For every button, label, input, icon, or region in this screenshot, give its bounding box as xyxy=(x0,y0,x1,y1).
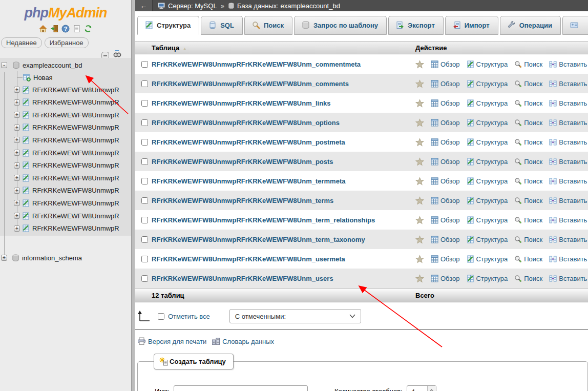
table-name-link[interactable]: RFrKRKeWEWFW8UnmwpRFrKRKeWEWFW8Unm_posts xyxy=(152,158,415,166)
insert-action[interactable]: Вставить xyxy=(549,177,587,185)
insert-action[interactable]: Вставить xyxy=(549,255,587,263)
insert-action[interactable]: Вставить xyxy=(549,236,587,243)
table-name-link[interactable]: RFrKRKeWEWFW8UnmwpRFrKRKeWEWFW8Unm_comme… xyxy=(152,80,415,88)
tree-table-item[interactable]: +RFrKRKeWEWFW8UnmwpR xyxy=(0,172,131,183)
insert-action[interactable]: Вставить xyxy=(549,60,587,68)
insert-action[interactable]: Вставить xyxy=(549,80,587,88)
row-checkbox[interactable] xyxy=(141,61,148,68)
browse-action[interactable]: Обзор xyxy=(431,255,460,263)
expand-node-icon[interactable]: + xyxy=(14,175,20,181)
tab-structure[interactable]: Структура xyxy=(137,16,199,35)
browse-action[interactable]: Обзор xyxy=(431,177,460,185)
browse-action[interactable]: Обзор xyxy=(431,138,460,146)
structure-action[interactable]: Структура xyxy=(467,197,508,204)
tab-privileges[interactable] xyxy=(562,16,588,35)
tab-export[interactable]: Экспорт xyxy=(388,16,444,35)
favorite-star-icon[interactable] xyxy=(415,177,424,186)
expand-node-icon[interactable]: + xyxy=(14,225,20,232)
expand-node-icon[interactable]: + xyxy=(14,137,20,143)
tree-table-item[interactable]: +RFrKRKeWEWFW8UnmwpR xyxy=(0,109,131,120)
data-dictionary-link[interactable]: Словарь данных xyxy=(222,338,274,345)
help-icon[interactable]: ? xyxy=(61,25,70,33)
link-panels-icon[interactable] xyxy=(113,51,122,58)
recent-tables-button[interactable]: Недавнее xyxy=(1,37,42,48)
tree-table-item[interactable]: +RFrKRKeWEWFW8UnmwpR xyxy=(0,134,131,146)
tab-search[interactable]: Поиск xyxy=(244,16,292,35)
print-view-link[interactable]: Версия для печати xyxy=(148,338,206,345)
tree-table-item[interactable]: +RFrKRKeWEWFW8UnmwpR xyxy=(0,97,131,108)
column-header-table[interactable]: Таблица▲ xyxy=(152,44,415,52)
row-checkbox[interactable] xyxy=(141,100,148,107)
search-action[interactable]: Поиск xyxy=(514,197,542,204)
tree-table-item[interactable]: +RFrKRKeWEWFW8UnmwpR xyxy=(0,160,131,171)
structure-action[interactable]: Структура xyxy=(467,236,508,243)
structure-action[interactable]: Структура xyxy=(467,80,508,88)
stepper-arrows[interactable] xyxy=(427,386,436,391)
check-all-label[interactable]: Отметить все xyxy=(168,313,210,320)
collapse-node-icon[interactable]: - xyxy=(1,62,7,68)
favorite-star-icon[interactable] xyxy=(415,196,424,205)
table-name-link[interactable]: RFrKRKeWEWFW8UnmwpRFrKRKeWEWFW8Unm_comme… xyxy=(152,60,415,68)
search-action[interactable]: Поиск xyxy=(514,80,542,88)
row-checkbox[interactable] xyxy=(141,236,148,243)
browse-action[interactable]: Обзор xyxy=(431,197,460,204)
search-action[interactable]: Поиск xyxy=(514,138,542,146)
browse-action[interactable]: Обзор xyxy=(431,236,460,243)
insert-action[interactable]: Вставить xyxy=(549,216,587,224)
new-table-name-input[interactable] xyxy=(174,385,308,391)
expand-node-icon[interactable]: + xyxy=(14,188,20,194)
search-action[interactable]: Поиск xyxy=(514,158,542,166)
breadcrumb-database[interactable]: База данных: exampleaccount_bd xyxy=(228,2,340,10)
browse-action[interactable]: Обзор xyxy=(431,275,460,282)
tree-new-table[interactable]: Новая xyxy=(0,72,131,83)
search-action[interactable]: Поиск xyxy=(514,216,542,224)
favorite-star-icon[interactable] xyxy=(415,79,424,88)
insert-action[interactable]: Вставить xyxy=(549,99,587,107)
tree-table-item[interactable]: +RFrKRKeWEWFW8UnmwpR xyxy=(0,84,131,95)
structure-action[interactable]: Структура xyxy=(467,99,508,107)
favorite-star-icon[interactable] xyxy=(415,255,424,263)
browse-action[interactable]: Обзор xyxy=(431,119,460,127)
favorite-star-icon[interactable] xyxy=(415,138,424,147)
expand-node-icon[interactable]: + xyxy=(14,162,20,169)
expand-node-icon[interactable]: + xyxy=(14,87,20,93)
tree-table-item[interactable]: +RFrKRKeWEWFW8UnmwpR xyxy=(0,185,131,196)
logout-icon[interactable] xyxy=(50,25,58,33)
table-name-link[interactable]: RFrKRKeWEWFW8UnmwpRFrKRKeWEWFW8Unm_term_… xyxy=(152,236,415,243)
insert-action[interactable]: Вставить xyxy=(549,158,587,166)
browse-action[interactable]: Обзор xyxy=(431,158,460,166)
structure-action[interactable]: Структура xyxy=(467,216,508,224)
favorite-star-icon[interactable] xyxy=(415,235,424,244)
row-checkbox[interactable] xyxy=(141,256,148,262)
table-name-link[interactable]: RFrKRKeWEWFW8UnmwpRFrKRKeWEWFW8Unm_links xyxy=(152,99,415,107)
favorite-star-icon[interactable] xyxy=(415,99,424,108)
row-checkbox[interactable] xyxy=(141,275,148,282)
structure-action[interactable]: Структура xyxy=(467,158,508,166)
row-checkbox[interactable] xyxy=(141,80,148,87)
check-all-checkbox[interactable] xyxy=(158,313,164,320)
table-name-link[interactable]: RFrKRKeWEWFW8UnmwpRFrKRKeWEWFW8Unm_termm… xyxy=(152,177,415,185)
insert-action[interactable]: Вставить xyxy=(549,138,587,146)
documentation-icon[interactable] xyxy=(73,25,81,33)
expand-node-icon[interactable]: + xyxy=(14,213,20,219)
table-name-link[interactable]: RFrKRKeWEWFW8UnmwpRFrKRKeWEWFW8Unm_users xyxy=(152,275,415,282)
search-action[interactable]: Поиск xyxy=(514,275,542,282)
tree-table-item[interactable]: +RFrKRKeWEWFW8UnmwpR xyxy=(0,197,131,209)
home-icon[interactable] xyxy=(39,25,47,33)
table-name-link[interactable]: RFrKRKeWEWFW8UnmwpRFrKRKeWEWFW8Unm_userm… xyxy=(152,255,415,263)
favorite-star-icon[interactable] xyxy=(415,216,424,224)
tree-table-item[interactable]: +RFrKRKeWEWFW8UnmwpR xyxy=(0,210,131,221)
table-name-link[interactable]: RFrKRKeWEWFW8UnmwpRFrKRKeWEWFW8Unm_optio… xyxy=(152,119,415,127)
favorite-tables-button[interactable]: Избранное xyxy=(45,37,89,48)
tab-operations[interactable]: Операции xyxy=(500,16,561,35)
structure-action[interactable]: Структура xyxy=(467,275,508,282)
structure-action[interactable]: Структура xyxy=(467,138,508,146)
create-table-legend[interactable]: Создать таблицу xyxy=(154,354,234,369)
search-action[interactable]: Поиск xyxy=(514,255,542,263)
favorite-star-icon[interactable] xyxy=(415,157,424,166)
search-action[interactable]: Поиск xyxy=(514,99,542,107)
with-selected-dropdown[interactable]: С отмеченными: xyxy=(229,309,361,323)
row-checkbox[interactable] xyxy=(141,178,148,184)
structure-action[interactable]: Структура xyxy=(467,60,508,68)
structure-action[interactable]: Структура xyxy=(467,255,508,263)
